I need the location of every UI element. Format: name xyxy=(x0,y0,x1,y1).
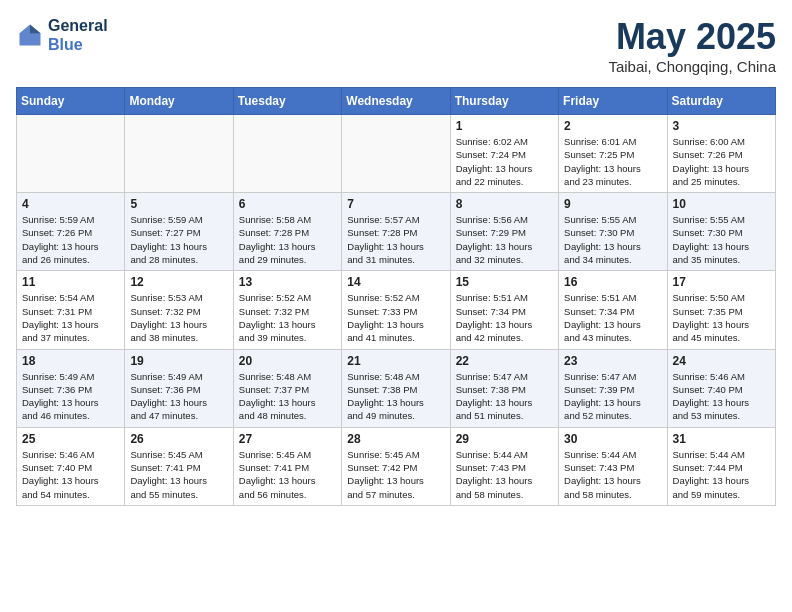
day-number: 23 xyxy=(564,354,661,368)
day-number: 5 xyxy=(130,197,227,211)
day-info: Sunrise: 5:55 AM Sunset: 7:30 PM Dayligh… xyxy=(564,213,661,266)
day-info: Sunrise: 5:55 AM Sunset: 7:30 PM Dayligh… xyxy=(673,213,770,266)
day-info: Sunrise: 5:45 AM Sunset: 7:41 PM Dayligh… xyxy=(239,448,336,501)
day-number: 16 xyxy=(564,275,661,289)
day-info: Sunrise: 5:46 AM Sunset: 7:40 PM Dayligh… xyxy=(22,448,119,501)
calendar-cell: 21Sunrise: 5:48 AM Sunset: 7:38 PM Dayli… xyxy=(342,349,450,427)
day-info: Sunrise: 5:45 AM Sunset: 7:42 PM Dayligh… xyxy=(347,448,444,501)
day-info: Sunrise: 5:48 AM Sunset: 7:38 PM Dayligh… xyxy=(347,370,444,423)
day-info: Sunrise: 5:59 AM Sunset: 7:26 PM Dayligh… xyxy=(22,213,119,266)
calendar-cell: 11Sunrise: 5:54 AM Sunset: 7:31 PM Dayli… xyxy=(17,271,125,349)
calendar-cell: 19Sunrise: 5:49 AM Sunset: 7:36 PM Dayli… xyxy=(125,349,233,427)
day-info: Sunrise: 5:56 AM Sunset: 7:29 PM Dayligh… xyxy=(456,213,553,266)
calendar-cell: 27Sunrise: 5:45 AM Sunset: 7:41 PM Dayli… xyxy=(233,427,341,505)
day-info: Sunrise: 5:53 AM Sunset: 7:32 PM Dayligh… xyxy=(130,291,227,344)
day-number: 8 xyxy=(456,197,553,211)
calendar-cell: 3Sunrise: 6:00 AM Sunset: 7:26 PM Daylig… xyxy=(667,115,775,193)
day-of-week-wednesday: Wednesday xyxy=(342,88,450,115)
day-number: 17 xyxy=(673,275,770,289)
day-number: 19 xyxy=(130,354,227,368)
calendar-cell: 31Sunrise: 5:44 AM Sunset: 7:44 PM Dayli… xyxy=(667,427,775,505)
day-info: Sunrise: 5:54 AM Sunset: 7:31 PM Dayligh… xyxy=(22,291,119,344)
calendar-cell: 18Sunrise: 5:49 AM Sunset: 7:36 PM Dayli… xyxy=(17,349,125,427)
svg-marker-1 xyxy=(30,25,41,34)
calendar-cell: 10Sunrise: 5:55 AM Sunset: 7:30 PM Dayli… xyxy=(667,193,775,271)
day-info: Sunrise: 6:01 AM Sunset: 7:25 PM Dayligh… xyxy=(564,135,661,188)
day-number: 6 xyxy=(239,197,336,211)
calendar-table: SundayMondayTuesdayWednesdayThursdayFrid… xyxy=(16,87,776,506)
day-number: 15 xyxy=(456,275,553,289)
day-info: Sunrise: 5:47 AM Sunset: 7:39 PM Dayligh… xyxy=(564,370,661,423)
calendar-cell: 30Sunrise: 5:44 AM Sunset: 7:43 PM Dayli… xyxy=(559,427,667,505)
day-info: Sunrise: 5:45 AM Sunset: 7:41 PM Dayligh… xyxy=(130,448,227,501)
calendar-cell: 2Sunrise: 6:01 AM Sunset: 7:25 PM Daylig… xyxy=(559,115,667,193)
day-info: Sunrise: 5:47 AM Sunset: 7:38 PM Dayligh… xyxy=(456,370,553,423)
day-of-week-friday: Friday xyxy=(559,88,667,115)
day-info: Sunrise: 5:51 AM Sunset: 7:34 PM Dayligh… xyxy=(564,291,661,344)
calendar-cell: 12Sunrise: 5:53 AM Sunset: 7:32 PM Dayli… xyxy=(125,271,233,349)
day-number: 9 xyxy=(564,197,661,211)
logo-text: General Blue xyxy=(48,16,108,54)
day-info: Sunrise: 5:59 AM Sunset: 7:27 PM Dayligh… xyxy=(130,213,227,266)
day-info: Sunrise: 5:49 AM Sunset: 7:36 PM Dayligh… xyxy=(130,370,227,423)
day-number: 14 xyxy=(347,275,444,289)
calendar-cell: 25Sunrise: 5:46 AM Sunset: 7:40 PM Dayli… xyxy=(17,427,125,505)
calendar-cell xyxy=(233,115,341,193)
day-info: Sunrise: 5:49 AM Sunset: 7:36 PM Dayligh… xyxy=(22,370,119,423)
day-info: Sunrise: 5:58 AM Sunset: 7:28 PM Dayligh… xyxy=(239,213,336,266)
day-info: Sunrise: 5:51 AM Sunset: 7:34 PM Dayligh… xyxy=(456,291,553,344)
calendar-cell: 6Sunrise: 5:58 AM Sunset: 7:28 PM Daylig… xyxy=(233,193,341,271)
calendar-cell: 5Sunrise: 5:59 AM Sunset: 7:27 PM Daylig… xyxy=(125,193,233,271)
calendar-cell: 26Sunrise: 5:45 AM Sunset: 7:41 PM Dayli… xyxy=(125,427,233,505)
day-info: Sunrise: 5:52 AM Sunset: 7:33 PM Dayligh… xyxy=(347,291,444,344)
day-number: 20 xyxy=(239,354,336,368)
calendar-cell: 20Sunrise: 5:48 AM Sunset: 7:37 PM Dayli… xyxy=(233,349,341,427)
day-number: 25 xyxy=(22,432,119,446)
calendar-cell: 23Sunrise: 5:47 AM Sunset: 7:39 PM Dayli… xyxy=(559,349,667,427)
page-header: General Blue May 2025 Taibai, Chongqing,… xyxy=(16,16,776,75)
day-of-week-saturday: Saturday xyxy=(667,88,775,115)
calendar-cell: 22Sunrise: 5:47 AM Sunset: 7:38 PM Dayli… xyxy=(450,349,558,427)
day-info: Sunrise: 5:57 AM Sunset: 7:28 PM Dayligh… xyxy=(347,213,444,266)
title-block: May 2025 Taibai, Chongqing, China xyxy=(608,16,776,75)
day-info: Sunrise: 6:00 AM Sunset: 7:26 PM Dayligh… xyxy=(673,135,770,188)
calendar-cell: 28Sunrise: 5:45 AM Sunset: 7:42 PM Dayli… xyxy=(342,427,450,505)
day-number: 2 xyxy=(564,119,661,133)
day-number: 3 xyxy=(673,119,770,133)
day-number: 29 xyxy=(456,432,553,446)
day-info: Sunrise: 5:48 AM Sunset: 7:37 PM Dayligh… xyxy=(239,370,336,423)
day-of-week-sunday: Sunday xyxy=(17,88,125,115)
day-number: 11 xyxy=(22,275,119,289)
day-number: 4 xyxy=(22,197,119,211)
day-number: 26 xyxy=(130,432,227,446)
day-number: 1 xyxy=(456,119,553,133)
calendar-cell: 15Sunrise: 5:51 AM Sunset: 7:34 PM Dayli… xyxy=(450,271,558,349)
day-number: 10 xyxy=(673,197,770,211)
calendar-cell xyxy=(17,115,125,193)
calendar-cell: 13Sunrise: 5:52 AM Sunset: 7:32 PM Dayli… xyxy=(233,271,341,349)
day-info: Sunrise: 5:50 AM Sunset: 7:35 PM Dayligh… xyxy=(673,291,770,344)
calendar-cell: 4Sunrise: 5:59 AM Sunset: 7:26 PM Daylig… xyxy=(17,193,125,271)
day-of-week-thursday: Thursday xyxy=(450,88,558,115)
calendar-cell: 7Sunrise: 5:57 AM Sunset: 7:28 PM Daylig… xyxy=(342,193,450,271)
day-info: Sunrise: 5:44 AM Sunset: 7:43 PM Dayligh… xyxy=(456,448,553,501)
day-number: 24 xyxy=(673,354,770,368)
calendar-cell: 8Sunrise: 5:56 AM Sunset: 7:29 PM Daylig… xyxy=(450,193,558,271)
calendar-cell: 29Sunrise: 5:44 AM Sunset: 7:43 PM Dayli… xyxy=(450,427,558,505)
day-info: Sunrise: 5:46 AM Sunset: 7:40 PM Dayligh… xyxy=(673,370,770,423)
day-number: 27 xyxy=(239,432,336,446)
calendar-cell: 16Sunrise: 5:51 AM Sunset: 7:34 PM Dayli… xyxy=(559,271,667,349)
day-number: 21 xyxy=(347,354,444,368)
day-info: Sunrise: 6:02 AM Sunset: 7:24 PM Dayligh… xyxy=(456,135,553,188)
day-info: Sunrise: 5:52 AM Sunset: 7:32 PM Dayligh… xyxy=(239,291,336,344)
calendar-cell: 17Sunrise: 5:50 AM Sunset: 7:35 PM Dayli… xyxy=(667,271,775,349)
day-of-week-tuesday: Tuesday xyxy=(233,88,341,115)
day-number: 22 xyxy=(456,354,553,368)
calendar-cell xyxy=(125,115,233,193)
day-info: Sunrise: 5:44 AM Sunset: 7:44 PM Dayligh… xyxy=(673,448,770,501)
day-number: 18 xyxy=(22,354,119,368)
calendar-cell: 24Sunrise: 5:46 AM Sunset: 7:40 PM Dayli… xyxy=(667,349,775,427)
month-title: May 2025 xyxy=(608,16,776,58)
day-number: 30 xyxy=(564,432,661,446)
calendar-cell: 1Sunrise: 6:02 AM Sunset: 7:24 PM Daylig… xyxy=(450,115,558,193)
